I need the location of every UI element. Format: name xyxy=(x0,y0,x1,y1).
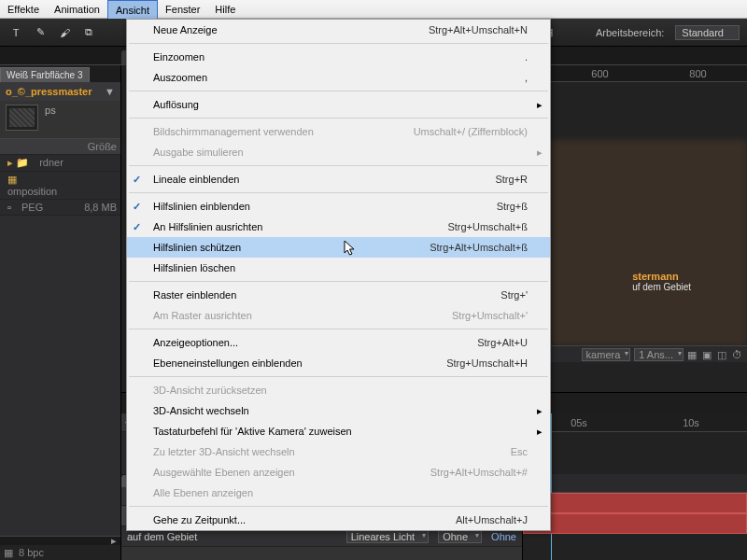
timecode-icon[interactable]: ⏱ xyxy=(732,349,743,360)
menu-item: Zu letzter 3D-Ansicht wechselnEsc xyxy=(127,441,550,462)
brush-tool-icon[interactable]: 🖌 xyxy=(56,24,73,41)
menu-item: Alle Ebenen anzeigen xyxy=(127,483,550,503)
time-ruler[interactable]: 05s10s xyxy=(523,413,747,432)
menu-item[interactable]: Anzeigeoptionen...Strg+Alt+U xyxy=(127,332,550,353)
menu-item: Ausgewählte Ebenen anzeigenStrg+Alt+Umsc… xyxy=(127,462,550,483)
menu-item[interactable]: Hilfslinien löschen xyxy=(127,258,550,278)
lower-third-text: stermann uf dem Gebiet xyxy=(632,271,691,292)
bpc-icon[interactable]: 8 bpc xyxy=(19,547,44,558)
menu-item: Ausgabe simulieren▸ xyxy=(127,142,550,162)
trkmat-select[interactable]: Ohne xyxy=(438,530,482,543)
project-list-header: Größe xyxy=(0,139,120,155)
layer-clip[interactable] xyxy=(523,513,747,534)
menu-item: 3D-Ansicht zurücksetzen xyxy=(127,380,550,400)
menu-item[interactable]: Raster einblendenStrg+' xyxy=(127,285,550,305)
menu-item[interactable]: ✓Hilfslinien einblendenStrg+ß xyxy=(127,196,550,217)
workspace-select[interactable]: Standard xyxy=(675,25,740,40)
menu-item[interactable]: Ebeneneinstellungen einblendenStrg+Umsch… xyxy=(127,353,550,373)
layer-clip[interactable] xyxy=(523,493,747,513)
menu-animation[interactable]: Animation xyxy=(47,0,107,18)
timeline-tracks[interactable]: 05s10s xyxy=(523,413,747,560)
camera-select[interactable]: kamera xyxy=(582,348,631,361)
pen-tool-icon[interactable]: ✎ xyxy=(32,24,49,41)
interpret-icon[interactable]: ▦ xyxy=(4,547,13,559)
menu-window[interactable]: Fenster xyxy=(158,0,207,18)
menu-item[interactable]: Einzoomen. xyxy=(127,47,550,67)
menu-item[interactable]: ✓An Hilfslinien ausrichtenStrg+Umschalt+… xyxy=(127,217,550,237)
menu-item[interactable]: ✓Lineale einblendenStrg+R xyxy=(127,169,550,189)
parent-select[interactable]: Ohne xyxy=(491,531,516,542)
horizontal-scrollbar[interactable]: ▸ xyxy=(0,536,120,545)
file-icon: ▫ xyxy=(4,200,18,215)
list-item[interactable]: ▦ omposition xyxy=(0,172,120,200)
project-item-header[interactable]: o_©_pressmaster▼ xyxy=(0,82,120,101)
project-panel: Weiß Farbfläche 3 o_©_pressmaster▼ ps Gr… xyxy=(0,65,121,560)
footage-thumb-icon xyxy=(6,105,38,131)
footage-preview xyxy=(551,140,747,345)
menu-item[interactable]: Tastaturbefehl für 'Aktive Kamera' zuwei… xyxy=(127,421,550,441)
view-select[interactable]: 1 Ans... xyxy=(634,348,684,361)
grid-icon[interactable]: ▦ xyxy=(687,349,698,360)
playhead[interactable] xyxy=(551,413,552,560)
text-tool-icon[interactable]: T xyxy=(7,24,24,41)
menu-item[interactable]: Auszoomen, xyxy=(127,67,550,88)
menu-effects[interactable]: Effekte xyxy=(0,0,47,18)
project-preview: ps xyxy=(0,101,120,138)
folder-icon: ▸ 📁 xyxy=(4,155,35,170)
mask-icon[interactable]: ▣ xyxy=(702,349,713,360)
menubar[interactable]: Effekte Animation Ansicht Fenster Hilfe xyxy=(0,0,747,19)
menu-item[interactable]: Hilfslinien schützenStrg+Alt+Umschalt+ß xyxy=(127,237,550,258)
viewer-toolbar: kamera 1 Ans... ▦ ▣ ◫ ⏱ xyxy=(551,345,747,362)
workspace-label: Arbeitsbereich: xyxy=(596,27,664,38)
menu-item: Bildschirmmanagement verwendenUmschalt+/… xyxy=(127,121,550,142)
menu-item[interactable]: 3D-Ansicht wechseln▸ xyxy=(127,400,550,421)
ruler-horizontal: 600800 xyxy=(551,65,747,82)
menu-item[interactable]: Auflösung▸ xyxy=(127,94,550,115)
menu-help[interactable]: Hilfe xyxy=(207,0,243,18)
menu-view[interactable]: Ansicht xyxy=(107,0,158,19)
list-item[interactable]: ▸ 📁 rdner xyxy=(0,155,120,172)
menu-item[interactable]: Neue AnzeigeStrg+Alt+Umschalt+N xyxy=(127,20,550,40)
view-menu-dropdown: Neue AnzeigeStrg+Alt+Umschalt+NEinzoomen… xyxy=(126,19,551,531)
menu-item[interactable]: Gehe zu Zeitpunkt...Alt+Umschalt+J xyxy=(127,510,550,530)
color-tab[interactable]: Weiß Farbfläche 3 xyxy=(0,67,90,82)
stamp-tool-icon[interactable]: ⧉ xyxy=(80,24,97,41)
menu-item: Am Raster ausrichtenStrg+Umschalt+' xyxy=(127,305,550,326)
blend-mode-select[interactable]: Lineares Licht xyxy=(346,530,430,543)
list-item[interactable]: ▫ PEG8,8 MB xyxy=(0,200,120,216)
project-list: Größe ▸ 📁 rdner ▦ omposition ▫ PEG8,8 MB xyxy=(0,138,120,216)
region-icon[interactable]: ◫ xyxy=(717,349,728,360)
